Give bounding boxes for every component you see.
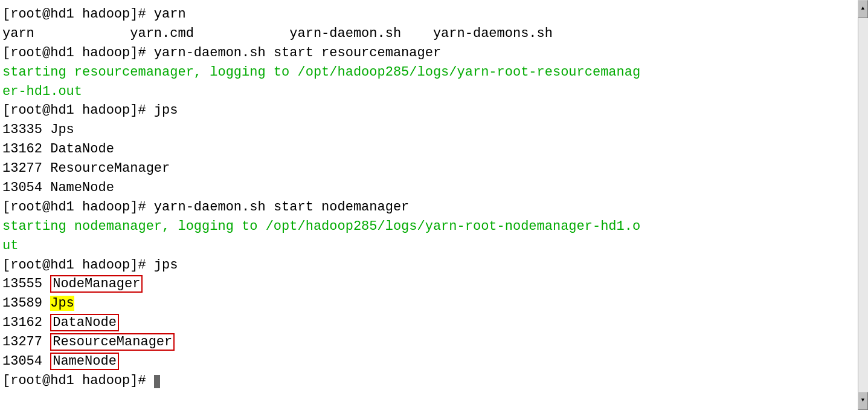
command-6: jps (154, 103, 178, 118)
prompt-3: [root@hd1 hadoop]# (2, 45, 154, 60)
line-1: [root@hd1 hadoop]# yarn (2, 5, 858, 24)
namenode-box: NameNode (50, 353, 119, 370)
scrollbar-thumb-up[interactable]: ▲ (858, 0, 868, 18)
line-13-output: ut (2, 236, 858, 256)
green-output-13: ut (2, 238, 18, 253)
datanode-box: DataNode (50, 314, 119, 331)
line-6: [root@hd1 hadoop]# jps (2, 101, 858, 120)
line-11: [root@hd1 hadoop]# yarn-daemon.sh start … (2, 198, 858, 217)
jps-datanode-line: 13162 DataNode (2, 313, 858, 333)
line-9-output: 13277 ResourceManager (2, 159, 858, 178)
command-14: jps (154, 258, 178, 273)
green-output-5: er-hd1.out (2, 84, 82, 99)
prompt-11: [root@hd1 hadoop]# (2, 200, 154, 215)
green-output-12: starting nodemanager, logging to /opt/ha… (2, 219, 640, 234)
command-3: yarn-daemon.sh start resourcemanager (154, 45, 441, 60)
green-output-4: starting resourcemanager, logging to /op… (2, 65, 640, 80)
cursor (154, 375, 160, 388)
terminal: [root@hd1 hadoop]# yarn yarn yarn.cmd ya… (0, 0, 858, 410)
line-12-output: starting nodemanager, logging to /opt/ha… (2, 217, 858, 236)
line-5-output: er-hd1.out (2, 82, 858, 102)
line-7-output: 13335 Jps (2, 120, 858, 140)
prompt-1: [root@hd1 hadoop]# (2, 7, 154, 22)
scrollbar-thumb-down[interactable]: ▼ (858, 392, 868, 410)
command-11: yarn-daemon.sh start nodemanager (154, 200, 409, 215)
line-2-output: yarn yarn.cmd yarn-daemon.sh yarn-daemon… (2, 24, 858, 44)
jps-resourcemanager-line: 13277 ResourceManager (2, 333, 858, 352)
jps-highlight: Jps (50, 296, 74, 311)
nodemanager-box: NodeManager (50, 275, 143, 293)
line-3: [root@hd1 hadoop]# yarn-daemon.sh start … (2, 44, 858, 63)
command-1: yarn (154, 7, 186, 22)
final-prompt: [root@hd1 hadoop]# (2, 373, 154, 388)
line-8-output: 13162 DataNode (2, 140, 858, 159)
final-prompt-line: [root@hd1 hadoop]# (2, 371, 858, 391)
scrollbar[interactable]: ▲ ▼ (858, 0, 868, 410)
line-10-output: 13054 NameNode (2, 178, 858, 198)
line-4-output: starting resourcemanager, logging to /op… (2, 63, 858, 82)
prompt-6: [root@hd1 hadoop]# (2, 103, 154, 118)
scrollbar-up-arrow: ▲ (858, 1, 867, 18)
jps-namenode-line: 13054 NameNode (2, 352, 858, 371)
jps-jps-line: 13589 Jps (2, 294, 858, 313)
jps-nodemanager-line: 13555 NodeManager (2, 275, 858, 294)
prompt-14: [root@hd1 hadoop]# (2, 258, 154, 273)
scrollbar-down-arrow: ▼ (858, 392, 867, 409)
resourcemanager-box: ResourceManager (50, 333, 175, 351)
line-14: [root@hd1 hadoop]# jps (2, 256, 858, 275)
